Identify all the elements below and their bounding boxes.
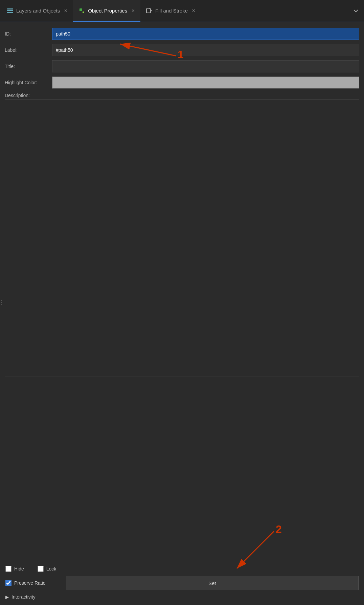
highlight-color-button[interactable]	[52, 76, 359, 89]
hide-checkbox[interactable]	[5, 566, 12, 572]
side-handle-dot-3	[1, 304, 2, 305]
interactivity-expand-icon: ▶	[5, 595, 9, 600]
tab-layers[interactable]: Layers and Objects ✕	[1, 0, 73, 22]
label-label: Label:	[5, 47, 49, 53]
tab-object-properties-close[interactable]: ✕	[131, 8, 135, 13]
id-input[interactable]	[52, 28, 359, 40]
lock-checkbox[interactable]	[38, 566, 44, 572]
preserve-ratio-label[interactable]: Preserve Ratio	[14, 580, 46, 586]
tab-object-properties[interactable]: Object Properties ✕	[73, 0, 140, 22]
preserve-ratio-checkbox[interactable]	[5, 580, 12, 586]
title-field-row: Title:	[5, 60, 359, 72]
description-textarea[interactable]	[5, 99, 359, 377]
tab-fill-stroke[interactable]: Fill and Stroke ✕	[140, 0, 201, 22]
bottom-section: Hide Lock Preserve Ratio Set ▶ Interacti…	[0, 561, 364, 605]
lock-label[interactable]: Lock	[46, 566, 56, 572]
layers-icon	[7, 7, 14, 14]
tab-fill-stroke-close[interactable]: ✕	[192, 8, 196, 13]
svg-rect-3	[79, 8, 82, 11]
object-icon	[78, 7, 85, 14]
label-input[interactable]	[52, 44, 359, 56]
hide-checkbox-group: Hide	[5, 566, 24, 572]
tab-object-properties-label: Object Properties	[88, 8, 127, 14]
hide-label[interactable]: Hide	[14, 566, 24, 572]
svg-rect-1	[7, 10, 13, 11]
svg-rect-2	[7, 12, 13, 13]
lock-checkbox-group: Lock	[38, 566, 56, 572]
bottom-row1: Hide Lock	[5, 566, 359, 572]
svg-rect-4	[83, 12, 84, 13]
panel-content: ID: Label: Title: Highlight Color: Descr…	[0, 22, 364, 383]
title-label: Title:	[5, 64, 49, 69]
interactivity-label: Interactivity	[12, 594, 36, 600]
set-button[interactable]: Set	[66, 576, 359, 590]
annotation-2: 2	[276, 523, 282, 535]
side-handle-dot-2	[1, 302, 2, 303]
tab-layers-label: Layers and Objects	[16, 8, 60, 14]
side-handle[interactable]	[0, 296, 2, 309]
id-label: ID:	[5, 31, 49, 37]
title-input[interactable]	[52, 60, 359, 72]
tab-layers-close[interactable]: ✕	[64, 8, 68, 13]
tab-fill-stroke-label: Fill and Stroke	[155, 8, 188, 14]
bottom-row2: Preserve Ratio Set	[5, 576, 359, 590]
svg-rect-5	[146, 9, 151, 13]
page-wrapper: Layers and Objects ✕ Object Properties ✕…	[0, 0, 364, 605]
tab-overflow-button[interactable]	[349, 0, 363, 22]
side-handle-dot-1	[1, 300, 2, 301]
highlight-color-label: Highlight Color:	[5, 80, 49, 85]
highlight-color-row: Highlight Color:	[5, 76, 359, 89]
label-field-row: Label:	[5, 44, 359, 56]
description-section: Description:	[5, 93, 359, 378]
svg-rect-0	[7, 8, 13, 9]
preserve-ratio-checkbox-group: Preserve Ratio	[5, 580, 46, 586]
id-field-row: ID:	[5, 28, 359, 40]
tab-bar: Layers and Objects ✕ Object Properties ✕…	[0, 0, 364, 22]
fill-icon	[146, 7, 153, 14]
description-label: Description:	[5, 93, 359, 98]
interactivity-row[interactable]: ▶ Interactivity	[5, 594, 359, 600]
